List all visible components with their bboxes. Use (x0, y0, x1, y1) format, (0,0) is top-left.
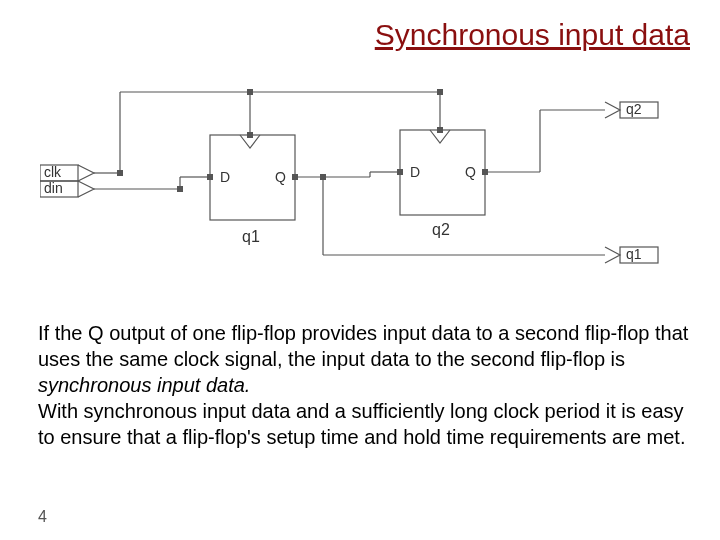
label-din: din (44, 180, 63, 196)
body-text: If the Q output of one flip-flop provide… (38, 320, 690, 450)
para2: With synchronous input data and a suffic… (38, 400, 685, 448)
q1-q-label: Q (275, 169, 286, 185)
circuit-diagram: clk din D Q q1 D Q q2 (40, 80, 680, 290)
svg-rect-5 (117, 170, 123, 176)
svg-rect-22 (292, 174, 298, 180)
label-out-q2: q2 (626, 101, 642, 117)
para1b: synchronous input data. (38, 374, 250, 396)
q1-name: q1 (242, 228, 260, 245)
svg-rect-30 (482, 169, 488, 175)
flipflop-q2: D Q q2 (400, 130, 485, 238)
label-out-q1: q1 (626, 246, 642, 262)
svg-rect-10 (437, 89, 443, 95)
q2-q-label: Q (465, 164, 476, 180)
svg-rect-24 (397, 169, 403, 175)
wire-clk (94, 89, 443, 176)
flipflop-q1: D Q q1 (210, 135, 295, 245)
output-pin-q1: q1 (605, 246, 658, 263)
wire-q2-out (482, 110, 605, 175)
page-number: 4 (38, 508, 47, 526)
svg-rect-17 (177, 186, 183, 192)
wire-q1-out (323, 177, 605, 255)
label-clk: clk (44, 164, 62, 180)
q2-name: q2 (432, 221, 450, 238)
input-pins: clk din (40, 164, 94, 197)
wire-q1q-q2d (292, 169, 403, 180)
q2-d-label: D (410, 164, 420, 180)
slide-title: Synchronous input data (0, 18, 690, 52)
svg-rect-18 (207, 174, 213, 180)
q1-d-label: D (220, 169, 230, 185)
svg-rect-7 (247, 89, 253, 95)
para1a: If the Q output of one flip-flop provide… (38, 322, 688, 370)
wire-din-q1d (94, 174, 213, 192)
output-pin-q2: q2 (605, 101, 658, 118)
